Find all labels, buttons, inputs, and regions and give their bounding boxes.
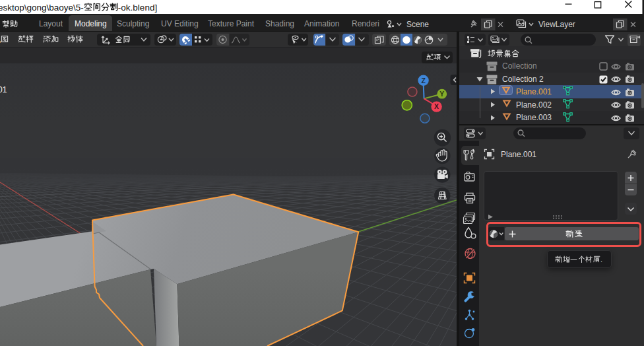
svg-text:X: X [434,102,439,110]
svg-text:01: 01 [0,85,7,94]
svg-text:Z: Z [421,77,426,85]
svg-text:Y: Y [439,90,444,98]
